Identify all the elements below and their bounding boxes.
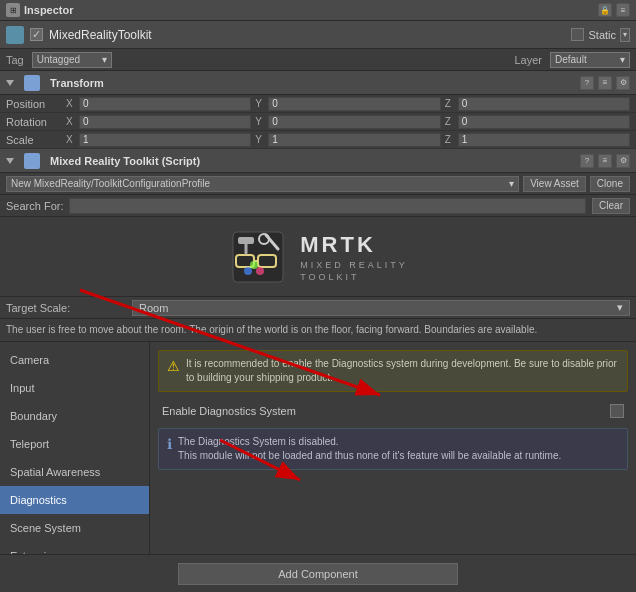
script-icon: [24, 153, 40, 169]
tag-dropdown[interactable]: Untagged ▾: [32, 52, 112, 68]
position-y-axis: Y: [255, 98, 265, 109]
rotation-y-input[interactable]: 0: [268, 115, 440, 129]
position-row: Position X 0 Y 0 Z 0: [0, 95, 636, 113]
script-settings-btn[interactable]: ?: [580, 154, 594, 168]
clear-button[interactable]: Clear: [592, 198, 630, 214]
sidebar-item-teleport[interactable]: Teleport: [0, 430, 149, 458]
svg-point-10: [250, 261, 258, 269]
search-label: Search For:: [6, 200, 63, 212]
position-z-field: Z 0: [445, 97, 630, 111]
scale-z-input[interactable]: 1: [458, 133, 630, 147]
sidebar-camera-label: Camera: [10, 354, 49, 366]
rotation-x-input[interactable]: 0: [79, 115, 251, 129]
title-bar-controls: 🔒 ≡: [598, 3, 630, 17]
position-x-input[interactable]: 0: [79, 97, 251, 111]
tag-layer-row: Tag Untagged ▾ Layer Default ▾: [0, 49, 636, 71]
right-panel: ⚠ It is recommended to enable the Diagno…: [150, 342, 636, 561]
mrtk-subtitle-line2: TOOLKIT: [300, 272, 408, 282]
view-asset-button[interactable]: View Asset: [523, 176, 586, 192]
transform-more-btn[interactable]: ⚙: [616, 76, 630, 90]
sidebar-diagnostics-label: Diagnostics: [10, 494, 67, 506]
scale-x-axis: X: [66, 134, 76, 145]
sidebar-item-camera[interactable]: Camera: [0, 346, 149, 374]
layer-value: Default: [555, 54, 587, 65]
position-x-field: X 0: [66, 97, 251, 111]
layer-arrow: ▾: [620, 54, 625, 65]
menu-button[interactable]: ≡: [616, 3, 630, 17]
sidebar-input-label: Input: [10, 382, 34, 394]
script-menu-btn[interactable]: ≡: [598, 154, 612, 168]
scale-z-field: Z 1: [445, 133, 630, 147]
position-y-input[interactable]: 0: [268, 97, 440, 111]
sidebar-item-diagnostics[interactable]: Diagnostics: [0, 486, 149, 514]
transform-expand-icon[interactable]: [6, 80, 14, 86]
rotation-z-input[interactable]: 0: [458, 115, 630, 129]
static-dropdown[interactable]: ▾: [620, 28, 630, 42]
target-scale-label: Target Scale:: [6, 302, 126, 314]
sidebar-item-scene-system[interactable]: Scene System: [0, 514, 149, 542]
layer-dropdown[interactable]: Default ▾: [550, 52, 630, 68]
mrtk-text-group: MRTK MIXED REALITY TOOLKIT: [300, 232, 408, 282]
target-scale-value: Room: [139, 302, 168, 314]
scale-z-axis: Z: [445, 134, 455, 145]
sidebar-spatial-label: Spatial Awareness: [10, 466, 100, 478]
mrtk-subtitle-line1: MIXED REALITY: [300, 260, 408, 270]
rotation-y-axis: Y: [255, 116, 265, 127]
position-z-input[interactable]: 0: [458, 97, 630, 111]
info-text-line2: This module will not be loaded and thus …: [178, 449, 561, 463]
static-checkbox[interactable]: [571, 28, 584, 41]
inspector-icon: ⊞: [6, 3, 20, 17]
script-more-btn[interactable]: ⚙: [616, 154, 630, 168]
tag-label: Tag: [6, 54, 24, 66]
warning-text: It is recommended to enable the Diagnost…: [186, 357, 619, 385]
script-header: Mixed Reality Toolkit (Script) ? ≡ ⚙: [0, 149, 636, 173]
object-name: MixedRealityToolkit: [49, 28, 565, 42]
object-active-checkbox[interactable]: ✓: [30, 28, 43, 41]
info-icon: ℹ: [167, 436, 172, 452]
transform-menu-btn[interactable]: ≡: [598, 76, 612, 90]
profile-value: New MixedReality/ToolkitConfigurationPro…: [11, 178, 210, 189]
scale-y-field: Y 1: [255, 133, 440, 147]
rotation-z-axis: Z: [445, 116, 455, 127]
lock-button[interactable]: 🔒: [598, 3, 612, 17]
transform-title: Transform: [50, 77, 104, 89]
sidebar-teleport-label: Teleport: [10, 438, 49, 450]
profile-arrow: ▾: [509, 178, 514, 189]
main-content: Camera Input Boundary Teleport Spatial A…: [0, 342, 636, 562]
transform-icon: [24, 75, 40, 91]
sidebar: Camera Input Boundary Teleport Spatial A…: [0, 342, 150, 561]
sidebar-item-input[interactable]: Input: [0, 374, 149, 402]
layer-label: Layer: [514, 54, 542, 66]
mrtk-icon: [228, 227, 288, 287]
profile-row: New MixedReality/ToolkitConfigurationPro…: [0, 173, 636, 195]
position-y-field: Y 0: [255, 97, 440, 111]
rotation-x-field: X 0: [66, 115, 251, 129]
script-expand-icon[interactable]: [6, 158, 14, 164]
tag-value: Untagged: [37, 54, 80, 65]
transform-actions: ? ≡ ⚙: [580, 76, 630, 90]
scale-row: Scale X 1 Y 1 Z 1: [0, 131, 636, 149]
enable-diagnostics-checkbox[interactable]: [610, 404, 624, 418]
scale-y-input[interactable]: 1: [268, 133, 440, 147]
sidebar-item-boundary[interactable]: Boundary: [0, 402, 149, 430]
info-text-group: The Diagnostics System is disabled. This…: [178, 435, 561, 463]
position-fields: X 0 Y 0 Z 0: [66, 97, 630, 111]
scale-y-axis: Y: [255, 134, 265, 145]
transform-settings-btn[interactable]: ?: [580, 76, 594, 90]
scale-x-input[interactable]: 1: [79, 133, 251, 147]
add-component-button[interactable]: Add Component: [178, 563, 458, 585]
script-actions: ? ≡ ⚙: [580, 154, 630, 168]
mrtk-logo: MRTK MIXED REALITY TOOLKIT: [228, 227, 408, 287]
target-scale-row: Target Scale: Room ▾: [0, 297, 636, 319]
object-icon: [6, 26, 24, 44]
enable-diagnostics-label: Enable Diagnostics System: [162, 405, 610, 417]
search-input[interactable]: [69, 198, 586, 214]
clone-button[interactable]: Clone: [590, 176, 630, 192]
profile-dropdown[interactable]: New MixedReality/ToolkitConfigurationPro…: [6, 176, 519, 192]
warning-icon: ⚠: [167, 358, 180, 374]
target-scale-dropdown[interactable]: Room ▾: [132, 300, 630, 316]
object-header: ✓ MixedRealityToolkit Static ▾: [0, 21, 636, 49]
rotation-row: Rotation X 0 Y 0 Z 0: [0, 113, 636, 131]
sidebar-item-spatial[interactable]: Spatial Awareness: [0, 458, 149, 486]
rotation-label: Rotation: [6, 116, 66, 128]
